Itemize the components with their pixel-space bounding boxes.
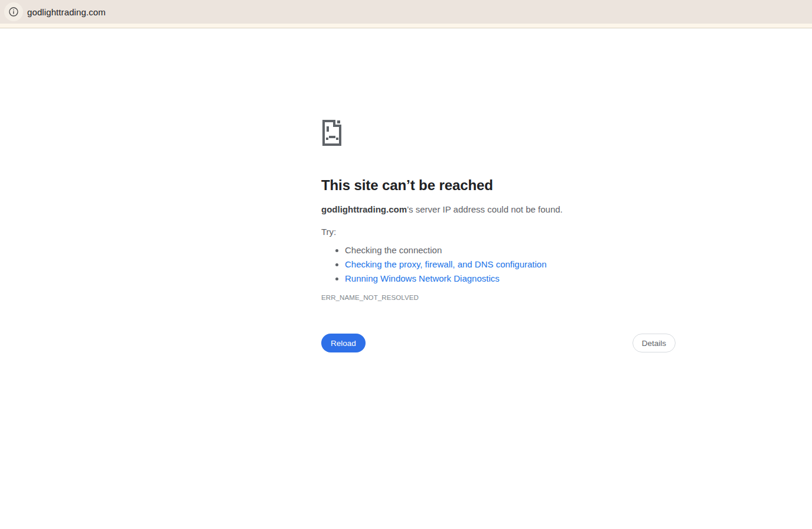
error-subtitle-text: ’s server IP address could not be found. xyxy=(407,204,563,214)
buttons-row: Reload Details xyxy=(321,334,676,352)
suggestion-link-network-diagnostics[interactable]: Running Windows Network Diagnostics xyxy=(345,273,500,283)
browser-address-bar[interactable]: godlighttrading.com xyxy=(0,0,812,24)
error-code: ERR_NAME_NOT_RESOLVED xyxy=(321,293,676,302)
try-label: Try: xyxy=(321,226,676,238)
bookmarks-bar xyxy=(0,24,812,28)
suggestion-text: Checking the connection xyxy=(345,245,442,255)
error-domain: godlighttrading.com xyxy=(321,204,407,214)
suggestion-link-proxy-dns[interactable]: Checking the proxy, firewall, and DNS co… xyxy=(345,259,547,269)
suggestion-item-proxy: Checking the proxy, firewall, and DNS co… xyxy=(345,257,676,272)
details-button[interactable]: Details xyxy=(632,334,676,352)
address-bar-url[interactable]: godlighttrading.com xyxy=(27,7,106,17)
sad-file-icon xyxy=(321,119,343,147)
suggestions-list: Checking the connection Checking the pro… xyxy=(321,243,676,286)
site-info-button[interactable] xyxy=(4,2,23,21)
suggestion-item-connection: Checking the connection xyxy=(345,243,676,257)
suggestion-item-diagnostics: Running Windows Network Diagnostics xyxy=(345,272,676,286)
info-icon xyxy=(8,6,19,17)
reload-button[interactable]: Reload xyxy=(321,334,366,352)
error-title: This site can’t be reached xyxy=(321,176,676,195)
error-page-content: This site can’t be reached godlighttradi… xyxy=(321,119,676,352)
error-subtitle: godlighttrading.com’s server IP address … xyxy=(321,204,676,215)
